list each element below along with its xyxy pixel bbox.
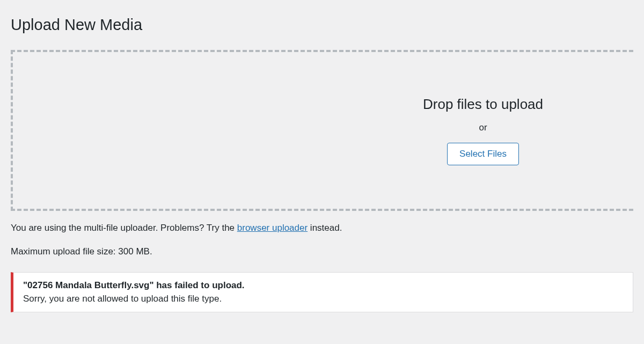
drop-instruction: Drop files to upload	[333, 96, 633, 113]
upload-error-notice: "02756 Mandala Butterfly.svg" has failed…	[11, 272, 633, 312]
uploader-info: You are using the multi-file uploader. P…	[11, 223, 633, 233]
page-wrap: Upload New Media Drop files to upload or…	[0, 0, 644, 312]
uploader-info-prefix: You are using the multi-file uploader. P…	[11, 223, 237, 233]
dropzone-content: Drop files to upload or Select Files	[333, 96, 633, 165]
max-upload-size: Maximum upload file size: 300 MB.	[11, 246, 633, 257]
or-text: or	[333, 122, 633, 133]
browser-uploader-link[interactable]: browser uploader	[237, 223, 308, 233]
error-message: Sorry, you are not allowed to upload thi…	[23, 294, 623, 304]
error-title: "02756 Mandala Butterfly.svg" has failed…	[23, 280, 623, 291]
select-files-button[interactable]: Select Files	[447, 143, 519, 165]
upload-dropzone[interactable]: Drop files to upload or Select Files	[11, 50, 633, 211]
uploader-info-suffix: instead.	[308, 223, 342, 233]
page-title: Upload New Media	[11, 11, 633, 34]
